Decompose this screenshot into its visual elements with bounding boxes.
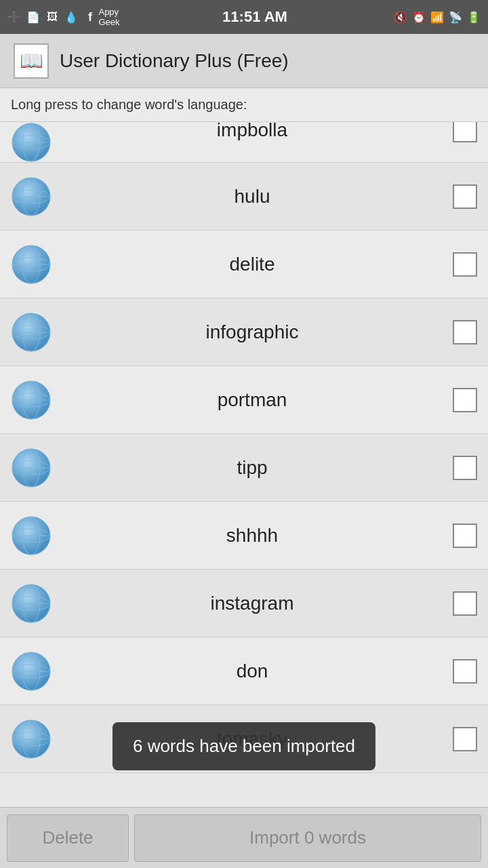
status-time: 11:51 AM: [222, 8, 287, 26]
status-icons-left: ➕ 📄 🖼 💧 f AppyGeek: [7, 9, 117, 24]
delete-button[interactable]: Delete: [7, 814, 129, 862]
battery-icon: 🔋: [466, 9, 481, 24]
word-label-7: instagram: [58, 593, 446, 614]
image-status-icon: 🖼: [45, 9, 60, 24]
word-label-3: infographic: [58, 321, 446, 343]
app-icon-symbol: 📖: [20, 50, 43, 72]
word-label-0: impbolla: [58, 122, 446, 141]
word-row-5[interactable]: tipp: [0, 434, 488, 502]
globe-icon-0: [11, 122, 52, 163]
signal-icon: 📡: [448, 9, 463, 24]
facebook-status-icon: f: [83, 9, 98, 24]
app-title: User Dictionary Plus (Free): [60, 50, 289, 72]
dropbox-status-icon: 💧: [64, 9, 79, 24]
status-icons-right: 🔇 ⏰ 📶 📡 🔋: [393, 9, 481, 24]
word-checkbox-5[interactable]: [453, 456, 477, 480]
word-checkbox-3[interactable]: [453, 320, 477, 344]
appygeek-status-icon: AppyGeek: [102, 9, 117, 24]
word-label-8: don: [58, 660, 446, 682]
word-label-1: hulu: [58, 186, 446, 208]
subtitle-text: Long press to change word's language:: [11, 97, 247, 113]
word-label-6: shhhh: [58, 525, 446, 547]
globe-icon-7: [11, 583, 52, 624]
word-row-4[interactable]: portman: [0, 366, 488, 434]
wifi-icon: 📶: [430, 9, 445, 24]
globe-icon-5: [11, 448, 52, 488]
word-checkbox-8[interactable]: [453, 659, 477, 684]
toast-notification: 6 words have been imported: [113, 722, 375, 770]
subtitle-bar: Long press to change word's language:: [0, 88, 488, 122]
word-row-partial-top[interactable]: impbolla: [0, 122, 488, 163]
status-bar: ➕ 📄 🖼 💧 f AppyGeek 11:51 AM 🔇 ⏰ 📶 📡 🔋: [0, 0, 488, 34]
word-row-2[interactable]: delite: [0, 231, 488, 298]
globe-icon-1: [11, 176, 52, 217]
word-checkbox-9[interactable]: [453, 727, 477, 751]
globe-icon-6: [11, 515, 52, 556]
toast-message: 6 words have been imported: [133, 736, 355, 756]
plus-status-icon: ➕: [7, 9, 22, 24]
bottom-bar: Delete Import 0 words: [0, 807, 488, 868]
word-checkbox-4[interactable]: [453, 388, 477, 412]
word-row-8[interactable]: don: [0, 637, 488, 705]
globe-icon-2: [11, 244, 52, 285]
word-checkbox-2[interactable]: [453, 252, 477, 277]
word-checkbox-0[interactable]: [453, 122, 477, 142]
import-button[interactable]: Import 0 words: [134, 814, 481, 862]
word-label-2: delite: [58, 254, 446, 275]
word-label-5: tipp: [58, 457, 446, 479]
mute-icon: 🔇: [393, 9, 408, 24]
globe-icon-9: [11, 719, 52, 760]
word-row-3[interactable]: infographic: [0, 298, 488, 366]
globe-icon-3: [11, 312, 52, 353]
word-row-6[interactable]: shhhh: [0, 502, 488, 570]
word-row-7[interactable]: instagram: [0, 570, 488, 637]
app-header: 📖 User Dictionary Plus (Free): [0, 34, 488, 88]
word-checkbox-6[interactable]: [453, 524, 477, 548]
app-icon: 📖: [14, 43, 49, 79]
word-checkbox-1[interactable]: [453, 184, 477, 209]
word-list: impbolla hulu: [0, 122, 488, 773]
alarm-icon: ⏰: [411, 9, 426, 24]
globe-icon-4: [11, 380, 52, 420]
globe-icon-8: [11, 651, 52, 692]
word-label-4: portman: [58, 389, 446, 411]
word-checkbox-7[interactable]: [453, 591, 477, 616]
word-row-1[interactable]: hulu: [0, 163, 488, 231]
file-status-icon: 📄: [26, 9, 41, 24]
